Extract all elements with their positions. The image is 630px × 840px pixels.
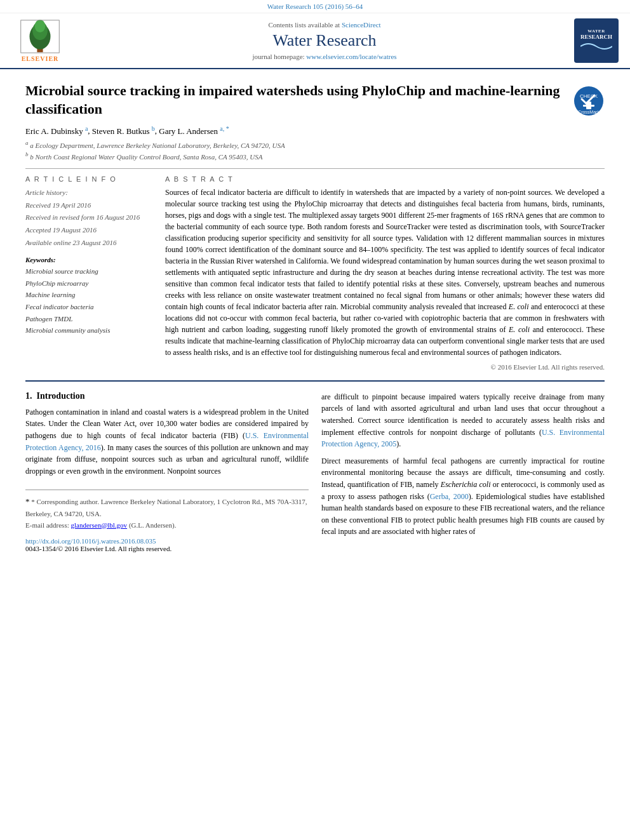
elsevier-label: ELSEVIER [22, 55, 59, 62]
article-info-label: A R T I C L E I N F O [25, 175, 152, 183]
footnote-section: * * Corresponding author. Lawrence Berke… [25, 490, 309, 531]
keyword-1: Microbial source tracking [25, 265, 152, 277]
abstract-panel: A B S T R A C T Sources of fecal indicat… [165, 175, 605, 371]
journal-reference: Water Research 105 (2016) 56–64 [0, 0, 630, 13]
wr-logo-top: WATER [587, 29, 605, 34]
article-title-section: Microbial source tracking in impaired wa… [25, 82, 605, 118]
crossmark-badge-icon[interactable]: CHECK CrossMark [573, 85, 605, 117]
affiliation-a: a a Ecology Department, Lawrence Berkele… [25, 139, 605, 150]
journal-header: ELSEVIER Contents lists available at Sci… [0, 13, 630, 69]
affiliation-b: b b North Coast Regional Water Quality C… [25, 150, 605, 162]
intro-text-right-2: Direct measurements of harmful fecal pat… [321, 455, 605, 538]
article-info-abstract: A R T I C L E I N F O Article history: R… [25, 175, 605, 371]
elsevier-tree-icon [18, 19, 62, 54]
outer-divider [25, 380, 605, 382]
elsevier-logo: ELSEVIER [11, 19, 69, 62]
journal-ref-text: Water Research 105 (2016) 56–64 [267, 3, 363, 10]
svg-rect-8 [583, 105, 594, 107]
introduction-section: 1. Introduction Pathogen contamination i… [25, 391, 605, 553]
journal-center: Contents lists available at ScienceDirec… [75, 21, 574, 60]
intro-col-left: 1. Introduction Pathogen contamination i… [25, 391, 309, 553]
issn-line: 0043-1354/© 2016 Elsevier Ltd. All right… [25, 545, 309, 552]
keywords-label: Keywords: [25, 256, 152, 263]
contents-line: Contents lists available at ScienceDirec… [75, 21, 574, 29]
intro-text-left: Pathogen contamination in inland and coa… [25, 406, 309, 477]
sciencedirect-link[interactable]: ScienceDirect [342, 21, 381, 29]
received-date: Received 19 April 2016 [25, 199, 152, 212]
doi-link[interactable]: http://dx.doi.org/10.1016/j.watres.2016.… [25, 537, 156, 545]
svg-text:CHECK: CHECK [580, 93, 598, 99]
intro-col-right: are difficult to pinpoint because impair… [321, 391, 605, 553]
article-title: Microbial source tracking in impaired wa… [25, 82, 563, 118]
epa-2005-link[interactable]: U.S. Environmental Protection Agency, 20… [321, 428, 605, 449]
email-link[interactable]: glandersen@lbl.gov [70, 521, 127, 529]
epa-2016-link[interactable]: U.S. Environmental Protection Agency, 20… [25, 431, 309, 452]
authors-line: Eric A. Dubinsky a, Steven R. Butkus b, … [25, 124, 605, 136]
author-dubinsky: Eric A. Dubinsky a [25, 126, 88, 136]
author-butkus: Steven R. Butkus b [92, 126, 155, 136]
intro-heading: 1. Introduction [25, 391, 309, 401]
gerba-link[interactable]: Gerba, 2000 [430, 492, 469, 501]
footnote-email: E-mail address: glandersen@lbl.gov (G.L.… [25, 520, 309, 531]
author-andersen: Gary L. Andersen a, * [159, 126, 229, 136]
article-history: Article history: Received 19 April 2016 … [25, 187, 152, 250]
svg-point-3 [35, 20, 46, 32]
revised-date: Received in revised form 16 August 2016 [25, 211, 152, 224]
wr-wave-icon [580, 40, 612, 53]
journal-title: Water Research [75, 31, 574, 50]
accepted-date: Accepted 19 August 2016 [25, 224, 152, 237]
affiliations: a a Ecology Department, Lawrence Berkele… [25, 139, 605, 162]
keyword-2: PhyloChip microarray [25, 277, 152, 290]
footnote-star: * * Corresponding author. Lawrence Berke… [25, 495, 309, 519]
article-divider [25, 168, 605, 169]
keyword-5: Pathogen TMDL [25, 313, 152, 325]
doi-section: http://dx.doi.org/10.1016/j.watres.2016.… [25, 537, 309, 552]
water-research-logo: WATER RESEARCH [574, 18, 619, 63]
homepage-url[interactable]: www.elsevier.com/locate/watres [306, 53, 396, 60]
svg-text:CrossMark: CrossMark [578, 110, 600, 114]
history-label: Article history: [25, 187, 152, 199]
keyword-3: Machine learning [25, 289, 152, 301]
available-date: Available online 23 August 2016 [25, 237, 152, 250]
abstract-label: A B S T R A C T [165, 175, 605, 183]
keyword-6: Microbial community analysis [25, 324, 152, 337]
intro-text-right: are difficult to pinpoint because impair… [321, 391, 605, 450]
article-container: Microbial source tracking in impaired wa… [0, 69, 630, 565]
abstract-text: Sources of fecal indicator bacteria are … [165, 187, 605, 358]
copyright: © 2016 Elsevier Ltd. All rights reserved… [165, 363, 605, 371]
keywords-list: Microbial source tracking PhyloChip micr… [25, 265, 152, 337]
wr-logo-main: RESEARCH [580, 34, 612, 41]
journal-homepage: journal homepage: www.elsevier.com/locat… [75, 53, 574, 60]
article-info-panel: A R T I C L E I N F O Article history: R… [25, 175, 152, 371]
keyword-4: Fecal indicator bacteria [25, 301, 152, 313]
